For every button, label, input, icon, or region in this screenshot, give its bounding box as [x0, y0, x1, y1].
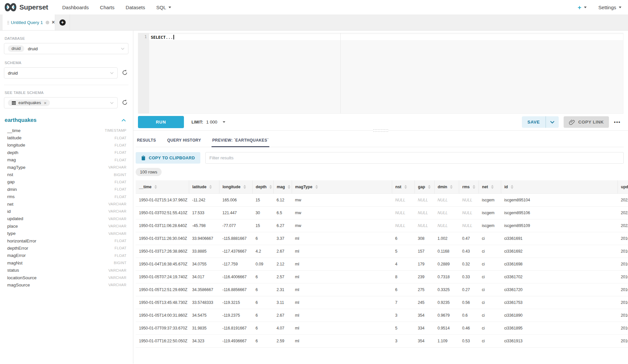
sort-icon[interactable]: [473, 185, 475, 189]
run-button[interactable]: RUN: [138, 116, 184, 128]
save-button[interactable]: SAVE: [522, 116, 546, 128]
table-cell: -11.242: [189, 193, 219, 206]
close-tab-icon[interactable]: ×: [52, 20, 55, 25]
sort-icon[interactable]: [428, 185, 431, 189]
schema-column[interactable]: statusVARCHAR: [4, 266, 128, 274]
filter-results-input[interactable]: [205, 152, 624, 164]
sort-icon[interactable]: [511, 185, 513, 189]
pane-resize-handle[interactable]: [373, 129, 388, 132]
column-header-net[interactable]: net: [479, 180, 501, 193]
column-name: gap: [7, 179, 15, 184]
column-header-depth[interactable]: depth: [252, 180, 273, 193]
schema-column[interactable]: dminFLOAT: [4, 186, 128, 193]
database-select[interactable]: druid druid: [4, 43, 128, 54]
refresh-schemas-button[interactable]: [121, 69, 128, 77]
schema-column[interactable]: __timeTIMESTAMP: [4, 127, 128, 134]
limit-dropdown[interactable]: LIMIT: 1 000: [191, 120, 225, 125]
save-options-button[interactable]: [546, 116, 559, 128]
column-header-gap[interactable]: gap: [415, 180, 434, 193]
table-cell: iscgem895106: [501, 206, 617, 219]
nav-charts[interactable]: Charts: [100, 5, 114, 10]
schema-column[interactable]: longitudeFLOAT: [4, 142, 128, 149]
schema-column[interactable]: typeVARCHAR: [4, 230, 128, 237]
column-header-label: longitude: [223, 185, 240, 189]
more-actions-button[interactable]: •••: [614, 120, 621, 125]
table-cell: 4.2: [252, 245, 273, 258]
sort-icon[interactable]: [269, 185, 272, 189]
column-header-dmin[interactable]: dmin: [434, 180, 459, 193]
schema-column[interactable]: locationSourceVARCHAR: [4, 274, 128, 281]
tab-results[interactable]: RESULTS: [136, 136, 157, 147]
table-cell: 34.017: [189, 270, 219, 283]
table-cell: ml: [292, 283, 392, 296]
table-cell: iscgem: [479, 219, 501, 232]
sort-icon[interactable]: [243, 185, 246, 189]
schema-select[interactable]: druid: [4, 67, 118, 79]
table-cell: 2.57: [273, 270, 292, 283]
tab-query-history[interactable]: QUERY HISTORY: [167, 136, 202, 147]
table-cell: 157: [415, 245, 434, 258]
nav-datasets[interactable]: Datasets: [126, 5, 145, 10]
schema-column[interactable]: magFLOAT: [4, 156, 128, 164]
schema-column[interactable]: placeVARCHAR: [4, 222, 128, 230]
table-select[interactable]: earthquakes ×: [4, 97, 118, 108]
editor-gutter: 1: [138, 33, 149, 113]
column-header-magType[interactable]: magType: [292, 180, 392, 193]
sort-icon[interactable]: [315, 185, 318, 189]
nav-dashboards[interactable]: Dashboards: [62, 5, 89, 10]
column-header-id[interactable]: id: [501, 180, 617, 193]
schema-column[interactable]: nstBIGINT: [4, 171, 128, 178]
superset-logo[interactable]: Superset: [4, 3, 48, 12]
column-type: FLOAT: [115, 239, 126, 243]
column-type: BIGINT: [114, 261, 126, 265]
schema-column[interactable]: horizontalErrorFLOAT: [4, 237, 128, 244]
schema-select-value: druid: [8, 71, 18, 76]
copy-to-clipboard-button[interactable]: COPY TO CLIPBOARD: [136, 152, 200, 164]
sort-icon[interactable]: [491, 185, 494, 189]
table-cell: 0.33: [459, 270, 479, 283]
column-header-mag[interactable]: mag: [273, 180, 292, 193]
tab-untitled-query[interactable]: ⋮ Untitled Query 1 ×: [3, 14, 55, 30]
copy-link-button[interactable]: COPY LINK: [564, 116, 609, 128]
column-header-rms[interactable]: rms: [459, 180, 479, 193]
database-label: DATABASE: [5, 36, 128, 40]
schema-column[interactable]: depthFLOAT: [4, 149, 128, 156]
sort-icon[interactable]: [404, 185, 407, 189]
table-chip-label: earthquakes: [18, 101, 41, 105]
add-tab-button[interactable]: +: [55, 14, 70, 30]
remove-table-icon[interactable]: ×: [44, 101, 47, 105]
nav-sql-menu[interactable]: SQL: [156, 5, 171, 10]
sql-editor[interactable]: 1 SELECT ...: [138, 33, 623, 114]
schema-column[interactable]: magSourceVARCHAR: [4, 281, 128, 288]
column-header-longitude[interactable]: longitude: [219, 180, 252, 193]
schema-column[interactable]: rmsFLOAT: [4, 193, 128, 200]
schema-column[interactable]: idVARCHAR: [4, 208, 128, 215]
column-header-__time[interactable]: __time: [136, 180, 189, 193]
schema-column[interactable]: gapFLOAT: [4, 178, 128, 186]
editor-code-area[interactable]: SELECT ...: [149, 33, 623, 113]
settings-menu[interactable]: Settings: [598, 5, 621, 10]
sort-icon[interactable]: [154, 185, 157, 189]
schema-column[interactable]: updatedVARCHAR: [4, 215, 128, 222]
table-cell: -116.8856667: [219, 283, 252, 296]
sort-icon[interactable]: [288, 185, 290, 189]
sort-icon[interactable]: [450, 185, 453, 189]
schema-column[interactable]: netVARCHAR: [4, 200, 128, 208]
table-cell: ci3361702: [501, 270, 617, 283]
column-header-nst[interactable]: nst: [392, 180, 415, 193]
table-cell: 2022-0: [617, 219, 628, 232]
column-header-latitude[interactable]: latitude: [189, 180, 219, 193]
schema-column[interactable]: magTypeVARCHAR: [4, 164, 128, 171]
refresh-tables-button[interactable]: [121, 99, 128, 106]
sort-icon[interactable]: [209, 185, 212, 189]
new-item-menu[interactable]: +: [578, 4, 587, 11]
schema-column[interactable]: depthErrorFLOAT: [4, 244, 128, 252]
chevron-up-icon[interactable]: [122, 119, 126, 122]
tab-preview-earthquakes[interactable]: PREVIEW: `EARTHQUAKES`: [212, 136, 269, 147]
table-schema-header[interactable]: earthquakes: [4, 117, 128, 123]
schema-column[interactable]: magNstBIGINT: [4, 259, 128, 266]
schema-column[interactable]: magErrorFLOAT: [4, 252, 128, 259]
table-cell: 2016-0: [617, 334, 628, 347]
column-header-updated[interactable]: updated: [617, 180, 628, 193]
schema-column[interactable]: latitudeFLOAT: [4, 134, 128, 141]
